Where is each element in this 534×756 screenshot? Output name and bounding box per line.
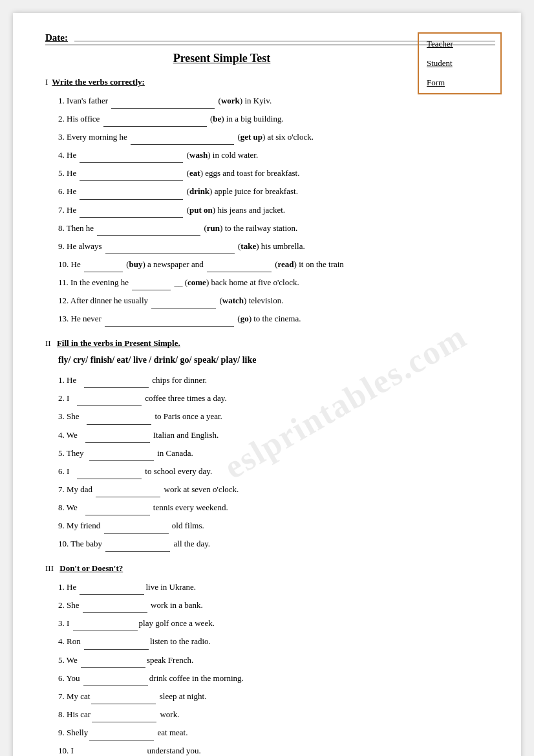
blank[interactable] <box>132 275 171 290</box>
list-item: 4. We Italian and English. <box>58 428 495 443</box>
page: Date: Teacher Student Form Present Simpl… <box>13 13 521 756</box>
blank[interactable] <box>87 409 151 424</box>
blank[interactable] <box>77 464 142 479</box>
blank[interactable] <box>97 221 200 236</box>
section1-roman: I <box>45 77 48 87</box>
list-item: 1. He chips for dinner. <box>58 373 495 388</box>
blank[interactable] <box>81 653 145 668</box>
word-bank: fly/ cry/ finish/ eat/ live / drink/ go/… <box>58 355 495 365</box>
list-item: 10. The baby all the day. <box>58 537 495 552</box>
section2-header: II Fill in the verbs in Present Simple. <box>45 338 495 349</box>
blank[interactable] <box>84 257 123 272</box>
blank[interactable] <box>73 616 138 631</box>
list-item: 9. Shelly eat meat. <box>58 726 495 740</box>
blank[interactable] <box>81 744 146 756</box>
list-item: 3. Every morning he (get up) at six o'cl… <box>58 130 495 145</box>
list-item: 4. Ron listen to the radio. <box>58 634 495 649</box>
blank[interactable] <box>83 671 148 686</box>
blank[interactable] <box>84 634 149 649</box>
section1: IWrite the verbs correctly: 1. Ivan's fa… <box>45 77 495 327</box>
blank[interactable] <box>80 148 183 163</box>
blank[interactable] <box>77 391 142 406</box>
page-title: Present Simple Test <box>45 52 398 65</box>
list-item: 9. He always (take) his umbrella. <box>58 239 495 254</box>
list-item: 7. He (put on) his jeans and jacket. <box>58 203 495 218</box>
blank[interactable] <box>83 598 147 613</box>
section3-heading: Don't or Doesn't? <box>59 563 123 573</box>
list-item: 3. I play golf once a week. <box>58 616 495 631</box>
list-item: 12. After dinner he usually (watch) tele… <box>58 294 495 308</box>
list-item: 5. We speak French. <box>58 653 495 668</box>
section3-header: III Don't or Doesn't? <box>45 563 495 574</box>
list-item: 8. His car work. <box>58 707 495 722</box>
section3-list: 1. He live in Ukrane. 2. She work in a b… <box>58 580 495 756</box>
list-item: 6. You drink coffee in the morning. <box>58 671 495 686</box>
section3: III Don't or Doesn't? 1. He live in Ukra… <box>45 563 495 756</box>
blank[interactable] <box>89 446 154 461</box>
list-item: 3. She to Paris once a year. <box>58 409 495 424</box>
list-item: 2. I coffee three times a day. <box>58 391 495 406</box>
blank[interactable] <box>85 501 150 515</box>
blank[interactable] <box>105 312 234 327</box>
list-item: 13. He never (go) to the cinema. <box>58 312 495 327</box>
blank[interactable] <box>84 373 149 388</box>
list-item: 10. He (buy) a newspaper and (read) it o… <box>58 257 495 272</box>
section1-heading: Write the verbs correctly: <box>52 77 145 87</box>
blank[interactable] <box>131 130 234 145</box>
list-item: 7. My dad work at seven o'clock. <box>58 482 495 497</box>
form-label: Form <box>427 78 493 88</box>
blank[interactable] <box>105 239 235 254</box>
blank[interactable] <box>105 537 170 552</box>
list-item: 2. His office (be) in a big building. <box>58 112 495 127</box>
section2: II Fill in the verbs in Present Simple. … <box>45 338 495 552</box>
blank[interactable] <box>89 726 154 740</box>
list-item: 8. We tennis every weekend. <box>58 501 495 515</box>
list-item: 6. I to school every day. <box>58 464 495 479</box>
section2-roman: II <box>45 338 51 348</box>
section1-list: 1. Ivan's father (work) in Kyiv. 2. His … <box>58 94 495 327</box>
list-item: 9. My friend old films. <box>58 519 495 534</box>
section3-roman: III <box>45 563 54 573</box>
list-item: 6. He (drink) apple juice for breakfast. <box>58 184 495 199</box>
teacher-box: Teacher Student Form <box>418 32 502 94</box>
list-item: 10. I understand you. <box>58 744 495 756</box>
blank[interactable] <box>91 689 156 704</box>
blank[interactable] <box>85 428 150 443</box>
list-item: 1. Ivan's father (work) in Kyiv. <box>58 94 495 109</box>
list-item: 5. He (eat) eggs and toast for breakfast… <box>58 166 495 181</box>
section2-list: 1. He chips for dinner. 2. I coffee thre… <box>58 373 495 552</box>
blank[interactable] <box>80 580 144 595</box>
blank[interactable] <box>92 707 156 722</box>
blank[interactable] <box>111 94 215 109</box>
blank[interactable] <box>80 184 183 199</box>
blank[interactable] <box>80 203 183 218</box>
list-item: 11. In the evening he __ (come) back hom… <box>58 275 495 290</box>
blank[interactable] <box>104 519 169 534</box>
list-item: 7. My cat sleep at night. <box>58 689 495 704</box>
section2-heading: Fill in the verbs in Present Simple. <box>57 338 180 348</box>
student-label: Student <box>427 58 493 69</box>
blank[interactable] <box>96 482 160 497</box>
list-item: 5. They in Canada. <box>58 446 495 461</box>
list-item: 1. He live in Ukrane. <box>58 580 495 595</box>
blank[interactable] <box>80 166 183 181</box>
list-item: 8. Then he (run) to the railway station. <box>58 221 495 236</box>
date-label: Date: <box>45 32 68 43</box>
list-item: 4. He (wash) in cold water. <box>58 148 495 163</box>
list-item: 2. She work in a bank. <box>58 598 495 613</box>
blank[interactable] <box>207 257 272 272</box>
blank[interactable] <box>103 112 207 127</box>
teacher-label: Teacher <box>427 39 493 49</box>
blank[interactable] <box>151 294 216 308</box>
